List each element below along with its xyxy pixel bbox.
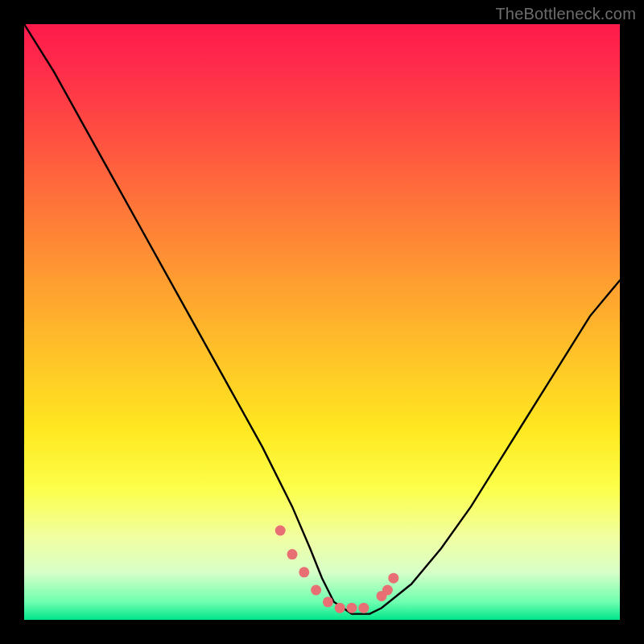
highlight-dot xyxy=(358,603,369,613)
chart-frame: TheBottleneck.com xyxy=(0,0,644,644)
highlight-dot xyxy=(287,549,298,559)
highlight-dot xyxy=(347,603,357,613)
highlight-dot xyxy=(382,585,393,596)
highlight-dot xyxy=(388,573,398,584)
plot-area xyxy=(24,24,620,620)
bottleneck-curve xyxy=(24,24,620,614)
highlight-dots xyxy=(275,526,399,613)
highlight-dot xyxy=(323,597,333,607)
chart-svg xyxy=(24,24,620,620)
highlight-dot xyxy=(275,526,286,536)
watermark-text: TheBottleneck.com xyxy=(495,5,636,23)
highlight-dot xyxy=(299,567,309,577)
highlight-dot xyxy=(335,603,345,613)
highlight-dot xyxy=(311,585,321,596)
